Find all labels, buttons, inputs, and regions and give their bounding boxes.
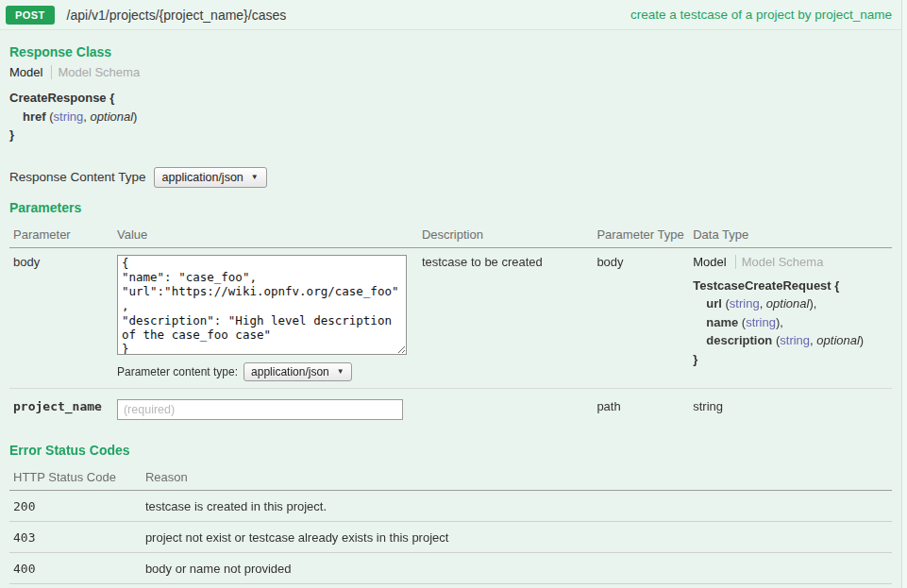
parameter-content-type-row: Parameter content type: application/json… [117,362,414,381]
tab-model-schema[interactable]: Model Schema [736,255,824,269]
operation-content: Response Class ModelModel Schema CreateR… [0,30,901,588]
param-name-project-name: project_name [9,388,113,430]
col-description: Description [418,221,593,248]
status-code: 400 [9,552,142,583]
signature-punctuation: , [760,296,766,311]
status-reason: testcase is created in this project. [142,490,892,521]
property-type: string [746,315,776,329]
model-open-brace: TestcaseCreateRequest { [693,277,888,295]
model-property-href: href (string, optional) [9,108,892,126]
parameter-content-type-select[interactable]: application/json ▼ [244,362,352,381]
col-reason: Reason [142,463,892,491]
param-type-body: body [593,247,689,388]
caret-down-icon: ▼ [337,368,344,376]
parameter-content-type-label: Parameter content type: [117,365,238,378]
property-name: name [706,315,738,329]
parameter-content-type-value: application/json [251,365,329,378]
param-value-cell [113,388,418,430]
property-type: string [780,333,810,347]
param-data-type-cell: ModelModel Schema TestcaseCreateRequest … [689,247,892,388]
error-code-row: 400 body or name not provided [9,552,892,583]
signature-punctuation: ), [776,315,783,329]
tab-model[interactable]: Model [693,255,735,269]
model-property-description: description (string, optional) [693,331,888,350]
property-name: description [706,333,772,347]
param-type-project-name: path [593,388,689,430]
response-content-type-label: Response Content Type [9,170,146,184]
status-reason: body or name not provided [142,552,892,583]
signature-punctuation: , [83,109,90,124]
col-parameter-type: Parameter Type [593,221,689,248]
project-name-input[interactable] [117,399,403,420]
col-value: Value [113,221,418,248]
parameters-header-row: Parameter Value Description Parameter Ty… [9,221,892,248]
status-code: 403 [9,521,142,552]
body-param-textarea[interactable]: { "name": "case_foo", "url":"https://wik… [117,255,407,355]
error-code-row: 403 project not exist or testcase alread… [9,521,892,552]
request-model-signature: TestcaseCreateRequest { url (string, opt… [693,277,888,369]
property-optional-flag: optional [766,296,810,311]
response-class-heading: Response Class [9,44,892,59]
response-model-tabs: ModelModel Schema [9,65,892,79]
parameters-heading: Parameters [9,200,892,215]
error-status-codes-heading: Error Status Codes [9,443,892,458]
response-content-type-select[interactable]: application/json ▼ [154,167,267,188]
swagger-operation-page: POST /api/v1/projects/{project_name}/cas… [0,0,907,588]
property-optional-flag: optional [91,109,134,124]
param-row-project-name: project_name path string [9,388,892,430]
http-method-badge: POST [6,6,55,25]
property-name: href [23,109,46,124]
col-http-status-code: HTTP Status Code [9,463,142,491]
param-row-body: body { "name": "case_foo", "url":"https:… [9,247,892,388]
signature-punctuation: ) [133,109,137,124]
property-name: url [706,296,722,311]
request-model-tabs: ModelModel Schema [693,255,888,269]
param-name-body: body [9,247,113,388]
property-optional-flag: optional [816,333,860,347]
model-property-url: url (string, optional), [693,294,888,313]
caret-down-icon: ▼ [251,174,259,181]
param-description-project-name [418,388,593,430]
model-close-brace: } [693,350,888,369]
response-content-type-value: application/json [162,171,244,184]
error-status-codes-table: HTTP Status Code Reason 200 testcase is … [9,463,892,584]
model-close-brace: } [9,126,892,144]
property-type: string [54,109,84,124]
response-content-type-row: Response Content Type application/json ▼ [9,167,892,188]
signature-punctuation: ) [860,333,864,347]
tab-model[interactable]: Model [9,65,52,79]
signature-punctuation: ), [809,296,816,311]
parameters-table: Parameter Value Description Parameter Ty… [9,221,892,430]
param-description-body: testcase to be created [418,247,593,388]
property-type: string [730,296,760,311]
model-open-brace: CreateResponse { [9,89,892,108]
error-codes-header-row: HTTP Status Code Reason [9,463,892,491]
param-value-cell: { "name": "case_foo", "url":"https://wik… [113,247,418,388]
tab-model-schema[interactable]: Model Schema [52,65,140,79]
col-data-type: Data Type [689,221,892,248]
operation-summary-link[interactable]: create a testcase of a project by projec… [630,8,892,22]
operation-panel: POST /api/v1/projects/{project_name}/cas… [0,0,902,588]
error-code-row: 200 testcase is created in this project. [9,490,892,521]
status-code: 200 [9,490,142,521]
endpoint-path-link[interactable]: /api/v1/projects/{project_name}/cases [67,8,287,23]
response-model-signature: CreateResponse { href (string, optional)… [9,89,892,144]
model-property-name: name (string), [693,313,888,332]
status-reason: project not exist or testcase already ex… [142,521,892,552]
col-parameter: Parameter [9,221,113,248]
operation-header-bar: POST /api/v1/projects/{project_name}/cas… [0,0,901,30]
param-data-type-project-name: string [689,388,892,430]
